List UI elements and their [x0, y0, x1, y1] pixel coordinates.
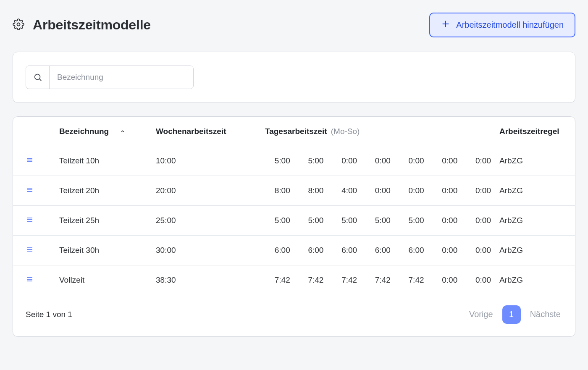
- row-name: Teilzeit 30h: [55, 235, 152, 265]
- row-day-3: 7:42: [361, 265, 395, 295]
- row-day-3: 0:00: [361, 146, 395, 176]
- row-day-2: 6:00: [328, 235, 361, 265]
- col-day[interactable]: Tagesarbeitszeit (Mo-So): [261, 117, 495, 146]
- search-input[interactable]: [50, 66, 193, 89]
- svg-point-0: [17, 23, 20, 26]
- col-day-suffix: (Mo-So): [331, 127, 360, 136]
- table-header-row: Bezeichnung Wochenarbeitszeit Tagesarbei…: [13, 117, 575, 146]
- row-week: 38:30: [152, 265, 261, 295]
- row-day-6: 0:00: [462, 205, 495, 235]
- row-day-2: 4:00: [328, 176, 361, 205]
- row-day-0: 8:00: [261, 176, 294, 205]
- row-drag-handle[interactable]: [13, 205, 55, 235]
- col-week-label: Wochenarbeitszeit: [156, 127, 226, 136]
- row-day-6: 0:00: [462, 265, 495, 295]
- row-drag-handle[interactable]: [13, 146, 55, 176]
- col-rule[interactable]: Arbeitszeitregel: [495, 117, 575, 146]
- row-day-4: 7:42: [395, 265, 428, 295]
- row-day-2: 0:00: [328, 146, 361, 176]
- table-row[interactable]: Teilzeit 10h10:005:005:000:000:000:000:0…: [13, 146, 575, 176]
- row-day-1: 5:00: [294, 205, 328, 235]
- row-rule: ArbZG: [495, 205, 575, 235]
- row-day-0: 7:42: [261, 265, 294, 295]
- table-row[interactable]: Vollzeit38:307:427:427:427:427:420:000:0…: [13, 265, 575, 295]
- row-day-6: 0:00: [462, 146, 495, 176]
- row-day-4: 5:00: [395, 205, 428, 235]
- col-name-label: Bezeichnung: [59, 127, 109, 136]
- col-handle: [13, 117, 55, 146]
- col-rule-label: Arbeitszeitregel: [499, 127, 559, 136]
- search-panel: [13, 52, 575, 103]
- row-day-2: 5:00: [328, 205, 361, 235]
- page-title: Arbeitszeitmodelle: [33, 17, 151, 33]
- table-row[interactable]: Teilzeit 25h25:005:005:005:005:005:000:0…: [13, 205, 575, 235]
- menu-icon: [26, 156, 34, 165]
- menu-icon: [26, 216, 34, 225]
- row-day-3: 6:00: [361, 235, 395, 265]
- row-day-0: 5:00: [261, 205, 294, 235]
- row-week: 25:00: [152, 205, 261, 235]
- page-header: Arbeitszeitmodelle Arbeitszeitmodell hin…: [13, 13, 575, 37]
- pager-page-1[interactable]: 1: [502, 305, 521, 324]
- menu-icon: [26, 186, 34, 195]
- row-week: 30:00: [152, 235, 261, 265]
- chevron-up-icon: [120, 127, 126, 136]
- col-week[interactable]: Wochenarbeitszeit: [152, 117, 261, 146]
- row-day-5: 0:00: [428, 235, 462, 265]
- row-day-6: 0:00: [462, 235, 495, 265]
- row-rule: ArbZG: [495, 265, 575, 295]
- row-day-0: 5:00: [261, 146, 294, 176]
- pager-prev[interactable]: Vorige: [467, 307, 495, 322]
- col-day-label: Tagesarbeitszeit: [265, 127, 327, 136]
- row-day-4: 0:00: [395, 146, 428, 176]
- row-day-4: 0:00: [395, 176, 428, 205]
- pager-next[interactable]: Nächste: [528, 307, 562, 322]
- row-week: 10:00: [152, 146, 261, 176]
- row-day-1: 5:00: [294, 146, 328, 176]
- row-name: Vollzeit: [55, 265, 152, 295]
- row-day-6: 0:00: [462, 176, 495, 205]
- search-box: [26, 66, 194, 89]
- plus-icon: [441, 19, 450, 31]
- pager: Vorige 1 Nächste: [467, 305, 562, 324]
- row-day-5: 0:00: [428, 146, 462, 176]
- page-status: Seite 1 von 1: [26, 310, 72, 319]
- row-name: Teilzeit 25h: [55, 205, 152, 235]
- search-icon: [26, 66, 50, 89]
- page-title-wrap: Arbeitszeitmodelle: [13, 17, 151, 33]
- table-footer: Seite 1 von 1 Vorige 1 Nächste: [13, 295, 575, 336]
- row-day-2: 7:42: [328, 265, 361, 295]
- row-day-0: 6:00: [261, 235, 294, 265]
- gear-icon: [13, 18, 24, 32]
- table-row[interactable]: Teilzeit 20h20:008:008:004:000:000:000:0…: [13, 176, 575, 205]
- row-day-1: 8:00: [294, 176, 328, 205]
- row-day-3: 0:00: [361, 176, 395, 205]
- row-name: Teilzeit 20h: [55, 176, 152, 205]
- row-day-4: 6:00: [395, 235, 428, 265]
- row-day-5: 0:00: [428, 265, 462, 295]
- row-rule: ArbZG: [495, 235, 575, 265]
- menu-icon: [26, 276, 34, 284]
- col-name[interactable]: Bezeichnung: [55, 117, 152, 146]
- add-working-time-model-button[interactable]: Arbeitszeitmodell hinzufügen: [429, 13, 575, 37]
- row-drag-handle[interactable]: [13, 265, 55, 295]
- row-week: 20:00: [152, 176, 261, 205]
- row-day-5: 0:00: [428, 205, 462, 235]
- svg-line-4: [39, 79, 41, 81]
- row-drag-handle[interactable]: [13, 176, 55, 205]
- row-day-1: 7:42: [294, 265, 328, 295]
- svg-point-3: [34, 74, 40, 80]
- row-name: Teilzeit 10h: [55, 146, 152, 176]
- working-time-models-table: Bezeichnung Wochenarbeitszeit Tagesarbei…: [13, 116, 575, 337]
- row-day-1: 6:00: [294, 235, 328, 265]
- menu-icon: [26, 246, 34, 255]
- table-row[interactable]: Teilzeit 30h30:006:006:006:006:006:000:0…: [13, 235, 575, 265]
- row-rule: ArbZG: [495, 176, 575, 205]
- row-day-5: 0:00: [428, 176, 462, 205]
- row-day-3: 5:00: [361, 205, 395, 235]
- row-rule: ArbZG: [495, 146, 575, 176]
- row-drag-handle[interactable]: [13, 235, 55, 265]
- add-button-label: Arbeitszeitmodell hinzufügen: [456, 20, 564, 30]
